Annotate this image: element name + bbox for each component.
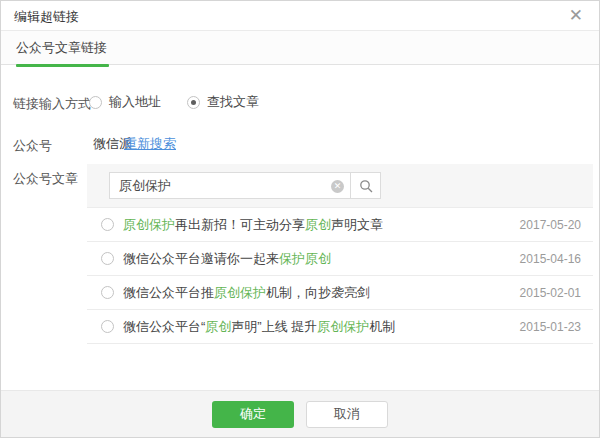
article-title: 微信公众平台邀请你一起来保护原创 [123,250,512,268]
clear-icon[interactable]: ✕ [331,180,344,193]
search-input[interactable] [110,173,350,198]
list-item[interactable]: 原创保护再出新招！可主动分享原创声明文章2017-05-20 [87,208,593,242]
list-item[interactable]: 微信公众平台邀请你一起来保护原创2015-04-16 [87,242,593,276]
confirm-button[interactable]: 确定 [212,401,294,428]
active-tab-underline [16,64,109,67]
radio-option-find-article[interactable]: 查找文章 [187,93,259,111]
close-icon[interactable]: ✕ [569,6,583,26]
article-title: 微信公众平台推原创保护机制，向抄袭亮剑 [123,284,512,302]
edit-hyperlink-dialog: 编辑超链接 ✕ 公众号文章链接 链接输入方式 输入地址 查找文章 公众号 微信派… [0,0,600,438]
radio-icon[interactable] [89,96,102,109]
article-date: 2015-01-23 [520,320,581,334]
list-item[interactable]: 微信公众平台“原创声明”上线 提升原创保护机制2015-01-23 [87,310,593,344]
tab-label: 公众号文章链接 [16,40,107,55]
search-icon [359,179,373,193]
cancel-button[interactable]: 取消 [306,401,388,428]
article-date: 2015-04-16 [520,252,581,266]
article-date: 2017-05-20 [520,218,581,232]
dialog-title: 编辑超链接 [14,8,79,26]
radio-option-enter-address[interactable]: 输入地址 [89,93,161,111]
radio-icon[interactable] [187,96,200,109]
dialog-titlebar: 编辑超链接 ✕ [1,1,599,31]
dialog-footer: 确定 取消 [1,390,599,437]
article-radio[interactable] [101,252,114,265]
article-title: 微信公众平台“原创声明”上线 提升原创保护机制 [123,318,512,336]
research-link[interactable]: 重新搜索 [124,135,176,153]
link-method-label: 链接输入方式 [13,95,91,113]
article-search-label: 公众号文章 [13,170,78,188]
article-radio[interactable] [101,286,114,299]
article-date: 2015-02-01 [520,286,581,300]
list-item[interactable]: 微信公众平台推原创保护机制，向抄袭亮剑2015-02-01 [87,276,593,310]
article-title: 原创保护再出新招！可主动分享原创声明文章 [123,216,512,234]
search-box: ✕ [109,172,381,199]
article-search-panel: ✕ [87,164,593,207]
link-method-radiogroup: 输入地址 查找文章 [89,93,259,111]
tab-article-link[interactable]: 公众号文章链接 [16,31,107,65]
radio-option-label: 查找文章 [207,93,259,111]
article-radio[interactable] [101,218,114,231]
article-radio[interactable] [101,320,114,333]
radio-option-label: 输入地址 [109,93,161,111]
search-button[interactable] [350,173,380,198]
article-list: 原创保护再出新招！可主动分享原创声明文章2017-05-20微信公众平台邀请你一… [87,207,593,344]
tab-bar: 公众号文章链接 [1,31,599,65]
account-label: 公众号 [13,137,52,155]
